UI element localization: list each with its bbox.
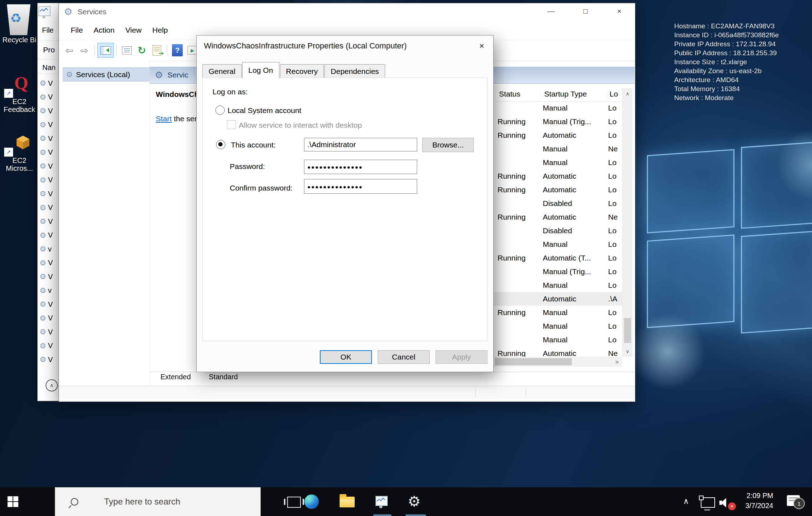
service-row[interactable]: ⚙ V	[39, 311, 59, 325]
tree-item-services-local[interactable]: ⚙ Services (Local)	[63, 67, 150, 81]
minimize-button[interactable]: —	[541, 3, 561, 19]
service-row[interactable]: Running Manual Lo	[494, 306, 622, 319]
column-header-name[interactable]: Nan	[42, 64, 56, 72]
network-tray-icon[interactable]	[701, 497, 715, 508]
scrollbar-thumb[interactable]	[495, 358, 572, 365]
tray-expand-icon[interactable]: ∧	[683, 497, 689, 506]
service-row[interactable]: ⚙ V	[39, 159, 59, 173]
show-console-tree-button[interactable]	[97, 43, 114, 58]
service-row[interactable]: ⚙ V	[39, 187, 59, 201]
service-row[interactable]: Running Automatic Ne	[494, 210, 622, 224]
service-row[interactable]: ⚙ V	[39, 270, 59, 284]
dialog-tab[interactable]: General	[202, 64, 242, 78]
service-row[interactable]: Running Automatic Lo	[494, 128, 622, 142]
ec2-microsoft-label[interactable]: EC2	[0, 156, 39, 165]
ok-button[interactable]: OK	[320, 350, 372, 364]
service-row[interactable]: Manual Lo	[494, 101, 622, 115]
performance-monitor-taskbar-icon[interactable]	[375, 496, 388, 506]
notification-center-icon[interactable]: 1	[787, 495, 800, 506]
service-row[interactable]: ⚙ V	[39, 297, 59, 311]
service-row[interactable]: Manual Ne	[494, 142, 622, 156]
taskbar-search[interactable]: Type here to search	[55, 487, 261, 516]
this-account-label[interactable]: This account:	[231, 141, 276, 149]
start-service-link[interactable]: Start	[156, 114, 172, 123]
forward-button[interactable]: ⇨	[77, 43, 92, 58]
service-row[interactable]: Manual (Trig... Lo	[494, 265, 622, 278]
cancel-button[interactable]: Cancel	[378, 350, 430, 364]
scroll-up-button[interactable]: ∧	[46, 379, 58, 391]
ec2-feedback-label[interactable]: Feedback	[0, 105, 39, 114]
dialog-tab[interactable]: Log On	[242, 62, 279, 78]
service-row[interactable]: ⚙ V	[39, 104, 59, 118]
service-row[interactable]: Running Automatic Lo	[494, 183, 622, 197]
column-header-startup-type[interactable]: Startup Type	[544, 90, 587, 98]
menu-item[interactable]: View	[125, 26, 141, 34]
service-row[interactable]: Running Automatic Lo	[494, 169, 622, 183]
service-row[interactable]: Running Manual (Trig... Lo	[494, 115, 622, 128]
service-row[interactable]: ⚙ v	[39, 242, 59, 256]
menu-item[interactable]: Help	[152, 26, 168, 34]
back-button[interactable]: ⇦	[62, 43, 77, 58]
volume-muted-icon[interactable]: ×	[719, 498, 732, 507]
toolbar-text[interactable]: Pro	[43, 46, 55, 54]
service-row[interactable]: ⚙ V	[39, 118, 59, 132]
services-taskbar-icon[interactable]: ⚙	[408, 493, 421, 510]
service-row[interactable]: Running Automatic (T... Lo	[494, 251, 622, 265]
dialog-tab[interactable]: Recovery	[280, 64, 324, 78]
confirm-password-field[interactable]: ●●●●●●●●●●●●●●	[304, 179, 417, 194]
column-divider[interactable]	[541, 90, 541, 100]
local-system-label[interactable]: Local System account	[228, 106, 301, 115]
view-tab[interactable]: Extended	[152, 372, 200, 382]
refresh-button[interactable]: ↻	[134, 43, 149, 58]
vertical-scrollbar[interactable]: ∧ ∨	[622, 88, 633, 357]
service-row[interactable]: ⚙ V	[39, 90, 59, 104]
ec2-feedback-icon[interactable]: Q	[14, 72, 28, 93]
local-system-radio[interactable]	[215, 105, 225, 115]
help-button[interactable]: ?	[170, 43, 185, 58]
apply-button[interactable]: Apply	[435, 350, 487, 364]
close-button[interactable]: ×	[609, 3, 630, 19]
scroll-down-arrow-icon[interactable]: ∨	[622, 346, 633, 357]
service-row[interactable]: ⚙ V	[39, 339, 59, 353]
ec2-feedback-label[interactable]: EC2	[0, 98, 39, 106]
password-field[interactable]: ●●●●●●●●●●●●●●	[304, 160, 417, 174]
taskbar-clock[interactable]: 2:09 PM 3/7/2024	[732, 491, 773, 511]
scroll-right-arrow-icon[interactable]: >	[612, 357, 622, 367]
menu-item[interactable]: Action	[94, 26, 115, 34]
service-row[interactable]: Manual Lo	[494, 238, 622, 251]
menu-file[interactable]: File	[42, 26, 53, 34]
service-row[interactable]: Automatic .\A	[494, 292, 622, 306]
service-row[interactable]: Manual Lo	[494, 278, 622, 292]
service-row[interactable]: ⚙ v	[39, 284, 59, 298]
column-divider[interactable]	[607, 90, 608, 100]
service-row[interactable]: ⚙ V	[39, 325, 59, 339]
scrollbar-thumb[interactable]	[624, 318, 631, 343]
column-header-status[interactable]: Status	[499, 90, 521, 98]
task-view-button[interactable]	[287, 497, 301, 508]
dialog-close-button[interactable]: ×	[475, 40, 488, 52]
service-row[interactable]: ⚙ V	[39, 201, 59, 215]
service-row[interactable]: ⚙ V	[39, 353, 59, 367]
service-row[interactable]: Running Automatic Ne	[494, 347, 622, 357]
service-row[interactable]: ⚙ V	[39, 132, 59, 146]
edge-browser-icon[interactable]	[304, 494, 319, 509]
browse-button[interactable]: Browse...	[422, 138, 474, 152]
account-field[interactable]: .\Administrator	[304, 138, 417, 151]
view-tab[interactable]: Standard	[200, 372, 247, 382]
export-list-button[interactable]: →	[149, 43, 164, 58]
background-window[interactable]: File Pro Nan ⚙ V ⚙ V ⚙ V ⚙ V ⚙	[37, 3, 59, 401]
service-row[interactable]: Disabled Lo	[494, 224, 622, 238]
service-row[interactable]: ⚙ V	[39, 229, 59, 243]
service-row[interactable]: Disabled Lo	[494, 197, 622, 210]
service-row[interactable]: Manual Lo	[494, 156, 622, 169]
scroll-up-arrow-icon[interactable]: ∧	[622, 88, 633, 99]
service-row[interactable]: ⚙ V	[39, 215, 59, 229]
file-explorer-icon[interactable]	[340, 497, 355, 507]
dialog-tab[interactable]: Dependencies	[325, 64, 385, 78]
maximize-button[interactable]: □	[575, 3, 596, 19]
service-row[interactable]: ⚙ V	[39, 76, 59, 90]
service-row[interactable]: Manual Lo	[494, 333, 622, 347]
service-row[interactable]: ⚙ V	[39, 146, 59, 160]
service-row[interactable]: ⚙ V	[39, 256, 59, 270]
recycle-bin-label[interactable]: Recycle Bi	[0, 36, 39, 44]
